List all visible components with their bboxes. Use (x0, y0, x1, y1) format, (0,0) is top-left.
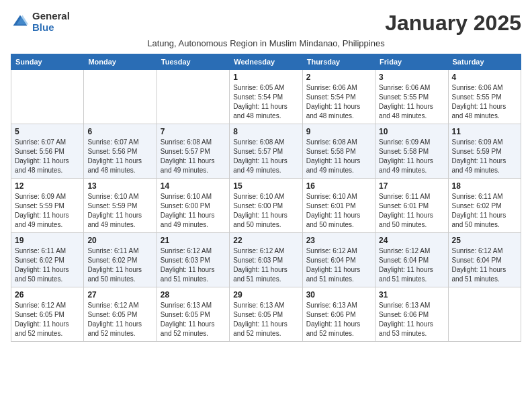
day-info: Sunrise: 6:11 AMSunset: 6:02 PMDaylight:… (15, 246, 80, 284)
day-cell-25: 25Sunrise: 6:12 AMSunset: 6:04 PMDayligh… (448, 233, 521, 287)
day-info: Sunrise: 6:06 AMSunset: 5:55 PMDaylight:… (379, 83, 444, 121)
day-cell-4: 4Sunrise: 6:06 AMSunset: 5:55 PMDaylight… (448, 70, 521, 124)
day-cell-27: 27Sunrise: 6:12 AMSunset: 6:05 PMDayligh… (84, 287, 157, 342)
day-info: Sunrise: 6:11 AMSunset: 6:02 PMDaylight:… (87, 246, 152, 284)
logo-blue: Blue (32, 22, 70, 34)
week-row-0: 1Sunrise: 6:05 AMSunset: 5:54 PMDaylight… (11, 70, 521, 124)
day-info: Sunrise: 6:11 AMSunset: 6:01 PMDaylight:… (379, 192, 444, 230)
day-info: Sunrise: 6:06 AMSunset: 5:54 PMDaylight:… (306, 83, 371, 121)
day-number: 27 (87, 290, 152, 300)
logo-text: General Blue (32, 11, 70, 33)
day-cell-10: 10Sunrise: 6:09 AMSunset: 5:58 PMDayligh… (375, 124, 448, 179)
day-cell-11: 11Sunrise: 6:09 AMSunset: 5:59 PMDayligh… (448, 124, 521, 179)
day-number: 17 (379, 181, 444, 191)
day-number: 25 (452, 236, 517, 245)
day-number: 7 (161, 127, 226, 136)
day-info: Sunrise: 6:10 AMSunset: 6:00 PMDaylight:… (161, 192, 226, 230)
day-cell-8: 8Sunrise: 6:08 AMSunset: 5:57 PMDaylight… (230, 124, 302, 179)
day-number: 1 (233, 73, 298, 82)
day-info: Sunrise: 6:13 AMSunset: 6:06 PMDaylight:… (379, 301, 444, 338)
day-number: 20 (87, 236, 152, 245)
day-number: 22 (233, 236, 298, 245)
day-cell-empty (84, 70, 157, 124)
calendar-table: SundayMondayTuesdayWednesdayThursdayFrid… (11, 54, 521, 342)
day-info: Sunrise: 6:12 AMSunset: 6:03 PMDaylight:… (161, 246, 226, 284)
day-number: 30 (306, 290, 371, 300)
day-cell-28: 28Sunrise: 6:13 AMSunset: 6:05 PMDayligh… (157, 287, 229, 342)
day-cell-23: 23Sunrise: 6:12 AMSunset: 6:04 PMDayligh… (302, 233, 375, 287)
week-row-1: 5Sunrise: 6:07 AMSunset: 5:56 PMDaylight… (11, 124, 521, 179)
day-number: 18 (452, 181, 517, 191)
day-info: Sunrise: 6:11 AMSunset: 6:02 PMDaylight:… (452, 192, 517, 230)
day-cell-5: 5Sunrise: 6:07 AMSunset: 5:56 PMDaylight… (11, 124, 84, 179)
day-number: 23 (306, 236, 371, 245)
day-cell-empty (448, 287, 521, 342)
day-cell-2: 2Sunrise: 6:06 AMSunset: 5:54 PMDaylight… (302, 70, 375, 124)
day-header-saturday: Saturday (448, 54, 521, 70)
day-info: Sunrise: 6:10 AMSunset: 6:01 PMDaylight:… (306, 192, 371, 230)
day-cell-9: 9Sunrise: 6:08 AMSunset: 5:58 PMDaylight… (302, 124, 375, 179)
subtitle: Latung, Autonomous Region in Muslim Mind… (11, 38, 521, 48)
day-cell-30: 30Sunrise: 6:13 AMSunset: 6:06 PMDayligh… (302, 287, 375, 342)
logo-general: General (32, 11, 70, 22)
day-number: 15 (233, 181, 298, 191)
day-cell-29: 29Sunrise: 6:13 AMSunset: 6:05 PMDayligh… (230, 287, 302, 342)
day-info: Sunrise: 6:09 AMSunset: 5:59 PMDaylight:… (15, 192, 80, 230)
day-number: 16 (306, 181, 371, 191)
day-info: Sunrise: 6:12 AMSunset: 6:04 PMDaylight:… (452, 246, 517, 284)
day-cell-7: 7Sunrise: 6:08 AMSunset: 5:57 PMDaylight… (157, 124, 229, 179)
day-number: 21 (161, 236, 226, 245)
day-cell-empty (11, 70, 84, 124)
day-number: 13 (87, 181, 152, 191)
day-info: Sunrise: 6:09 AMSunset: 5:59 PMDaylight:… (452, 138, 517, 175)
day-info: Sunrise: 6:13 AMSunset: 6:05 PMDaylight:… (233, 301, 298, 338)
day-info: Sunrise: 6:10 AMSunset: 6:00 PMDaylight:… (233, 192, 298, 230)
day-info: Sunrise: 6:12 AMSunset: 6:05 PMDaylight:… (15, 301, 80, 338)
day-number: 3 (379, 73, 444, 82)
logo-icon (11, 13, 30, 32)
day-header-sunday: Sunday (11, 54, 84, 70)
day-info: Sunrise: 6:12 AMSunset: 6:05 PMDaylight:… (87, 301, 152, 338)
day-info: Sunrise: 6:13 AMSunset: 6:05 PMDaylight:… (161, 301, 226, 338)
day-header-wednesday: Wednesday (230, 54, 302, 70)
week-row-3: 19Sunrise: 6:11 AMSunset: 6:02 PMDayligh… (11, 233, 521, 287)
day-cell-21: 21Sunrise: 6:12 AMSunset: 6:03 PMDayligh… (157, 233, 229, 287)
month-title: January 2025 (385, 11, 521, 36)
day-info: Sunrise: 6:06 AMSunset: 5:55 PMDaylight:… (452, 83, 517, 121)
day-info: Sunrise: 6:10 AMSunset: 5:59 PMDaylight:… (87, 192, 152, 230)
day-cell-24: 24Sunrise: 6:12 AMSunset: 6:04 PMDayligh… (375, 233, 448, 287)
day-number: 5 (15, 127, 80, 136)
day-cell-14: 14Sunrise: 6:10 AMSunset: 6:00 PMDayligh… (157, 179, 229, 233)
day-cell-26: 26Sunrise: 6:12 AMSunset: 6:05 PMDayligh… (11, 287, 84, 342)
day-number: 6 (87, 127, 152, 136)
day-info: Sunrise: 6:08 AMSunset: 5:58 PMDaylight:… (306, 138, 371, 175)
day-info: Sunrise: 6:12 AMSunset: 6:03 PMDaylight:… (233, 246, 298, 284)
day-number: 2 (306, 73, 371, 82)
header: General Blue January 2025 (11, 11, 521, 36)
day-info: Sunrise: 6:13 AMSunset: 6:06 PMDaylight:… (306, 301, 371, 338)
day-number: 11 (452, 127, 517, 136)
day-info: Sunrise: 6:05 AMSunset: 5:54 PMDaylight:… (233, 83, 298, 121)
day-cell-1: 1Sunrise: 6:05 AMSunset: 5:54 PMDaylight… (230, 70, 302, 124)
day-number: 10 (379, 127, 444, 136)
day-cell-16: 16Sunrise: 6:10 AMSunset: 6:01 PMDayligh… (302, 179, 375, 233)
calendar-body: 1Sunrise: 6:05 AMSunset: 5:54 PMDaylight… (11, 70, 521, 342)
day-info: Sunrise: 6:08 AMSunset: 5:57 PMDaylight:… (233, 138, 298, 175)
day-cell-18: 18Sunrise: 6:11 AMSunset: 6:02 PMDayligh… (448, 179, 521, 233)
day-number: 9 (306, 127, 371, 136)
day-cell-6: 6Sunrise: 6:07 AMSunset: 5:56 PMDaylight… (84, 124, 157, 179)
day-info: Sunrise: 6:07 AMSunset: 5:56 PMDaylight:… (15, 138, 80, 175)
day-cell-31: 31Sunrise: 6:13 AMSunset: 6:06 PMDayligh… (375, 287, 448, 342)
day-header-friday: Friday (375, 54, 448, 70)
day-number: 29 (233, 290, 298, 300)
day-cell-15: 15Sunrise: 6:10 AMSunset: 6:00 PMDayligh… (230, 179, 302, 233)
day-cell-3: 3Sunrise: 6:06 AMSunset: 5:55 PMDaylight… (375, 70, 448, 124)
day-cell-19: 19Sunrise: 6:11 AMSunset: 6:02 PMDayligh… (11, 233, 84, 287)
day-number: 24 (379, 236, 444, 245)
day-header-thursday: Thursday (302, 54, 375, 70)
day-number: 12 (15, 181, 80, 191)
calendar-header: SundayMondayTuesdayWednesdayThursdayFrid… (11, 54, 521, 70)
day-info: Sunrise: 6:07 AMSunset: 5:56 PMDaylight:… (87, 138, 152, 175)
day-info: Sunrise: 6:12 AMSunset: 6:04 PMDaylight:… (379, 246, 444, 284)
day-cell-17: 17Sunrise: 6:11 AMSunset: 6:01 PMDayligh… (375, 179, 448, 233)
